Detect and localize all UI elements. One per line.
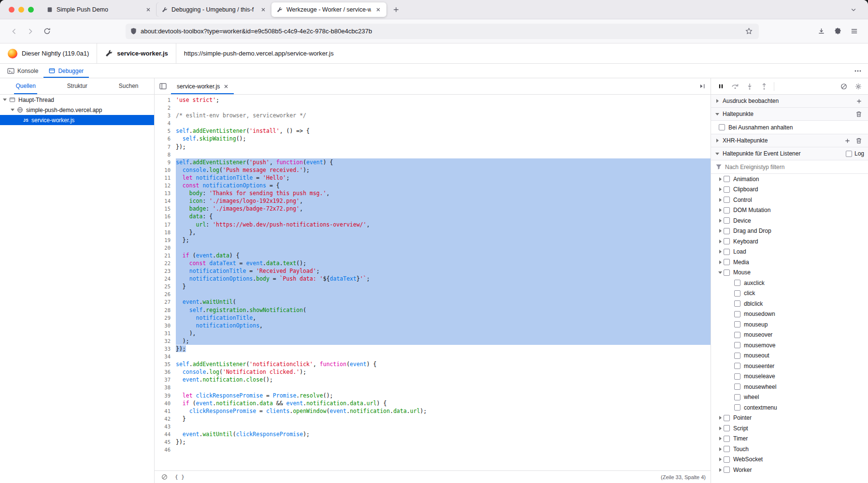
event-category-row[interactable]: Media [711,257,868,268]
code-line-content[interactable]: ); [176,337,711,345]
event-category-row[interactable]: Script [711,423,868,434]
checkbox[interactable] [724,228,730,234]
forward-button[interactable] [22,24,39,39]
code-line-content[interactable]: self.addEventListener('notificationclick… [176,360,711,368]
settings-gear-button[interactable] [852,80,865,93]
event-item-row[interactable]: mousemove [711,340,868,351]
browser-tab[interactable]: Simple Push Demo [42,2,157,17]
checkbox[interactable] [724,207,730,213]
line-number[interactable]: 25 [155,283,176,290]
zoom-window-button[interactable] [28,7,34,13]
downloads-button[interactable] [813,24,829,39]
tab-close-button[interactable] [259,6,267,14]
code-line-content[interactable]: clickResponsePromise = clients.openWindo… [176,407,711,415]
line-number[interactable]: 31 [155,329,176,337]
new-tab-button[interactable] [389,3,403,16]
close-window-button[interactable] [9,7,14,13]
line-number[interactable]: 40 [155,399,176,407]
toggle-sources-pane-button[interactable] [155,78,171,94]
code-line-content[interactable] [176,119,711,127]
event-item-row[interactable]: mousedown [711,309,868,320]
code-line-content[interactable]: url: 'https://web.dev/push-notifications… [176,221,711,228]
expand-panes-button[interactable] [694,78,711,94]
code-line-content[interactable]: self.registration.showNotification( [176,306,711,314]
event-item-row[interactable]: dblclick [711,298,868,309]
pretty-print-button[interactable]: { } [175,474,185,480]
code-line-content[interactable]: badge: './images/badge-72x72.png', [176,205,711,213]
line-number[interactable]: 15 [155,205,176,213]
code-line-content[interactable]: /* eslint-env browser, serviceworker */ [176,112,711,119]
line-number[interactable]: 45 [155,438,176,446]
event-category-row[interactable]: Touch [711,444,868,455]
line-number[interactable]: 2 [155,104,176,112]
code-line-content[interactable] [176,353,711,360]
line-number[interactable]: 12 [155,182,176,189]
code-editor[interactable]: 1'use strict';23/* eslint-env browser, s… [155,95,711,470]
event-category-row[interactable]: Pointer [711,413,868,424]
expander-icon[interactable] [11,109,14,111]
line-number[interactable]: 44 [155,430,176,438]
step-in-button[interactable] [743,80,756,93]
line-number[interactable]: 29 [155,314,176,322]
expander-icon[interactable] [719,229,722,233]
expander-icon[interactable] [719,457,722,461]
code-line-content[interactable]: }); [176,143,711,151]
expander-icon[interactable] [719,240,722,243]
event-category-row[interactable]: Animation [711,174,868,185]
checkbox[interactable] [734,321,740,327]
event-item-row[interactable]: mousewheel [711,382,868,392]
add-watch-expression-button[interactable] [854,96,864,106]
line-number[interactable]: 13 [155,189,176,197]
line-number[interactable]: 20 [155,244,176,252]
event-item-row[interactable]: mouseup [711,319,868,330]
toolbox-meatball-menu-button[interactable] [848,64,868,78]
pause-on-exceptions-row[interactable]: Bei Ausnahmen anhalten [711,121,868,134]
expander-icon[interactable] [718,271,722,274]
line-number[interactable]: 6 [155,135,176,142]
event-item-row[interactable]: mouseenter [711,361,868,371]
code-line-content[interactable]: }, [176,228,711,236]
code-line-content[interactable] [176,423,711,430]
event-category-row[interactable]: Mouse [711,268,868,278]
app-menu-button[interactable] [846,24,862,39]
browser-tab[interactable]: Werkzeuge - Worker / service-w [271,2,386,17]
code-line-content[interactable]: } [176,283,711,290]
event-item-row[interactable]: mouseout [711,351,868,361]
checkbox[interactable] [724,176,730,182]
code-line-content[interactable]: self.addEventListener('push', function(e… [176,158,711,166]
checkbox[interactable] [734,280,740,286]
code-line-content[interactable]: notificationOptions.body = `Push data: '… [176,275,711,283]
line-number[interactable]: 14 [155,197,176,205]
expander-icon[interactable] [719,208,722,212]
code-line-content[interactable]: if (event.notification.data && event.not… [176,399,711,407]
checkbox[interactable] [724,259,730,265]
line-number[interactable]: 9 [155,158,176,166]
code-line-content[interactable]: event.notification.close(); [176,376,711,384]
event-category-row[interactable]: Device [711,215,868,226]
code-line-content[interactable]: notificationTitle, [176,314,711,322]
line-number[interactable]: 18 [155,228,176,236]
checkbox[interactable] [724,238,730,244]
breakpoints-header[interactable]: Haltepunkte [711,108,868,121]
event-item-row[interactable]: mouseover [711,330,868,341]
line-number[interactable]: 23 [155,267,176,275]
expander-icon[interactable] [719,187,722,191]
checkbox[interactable] [724,249,730,255]
line-number[interactable]: 41 [155,407,176,415]
source-tab[interactable]: service-worker.js [171,78,234,94]
code-line-content[interactable]: let notificationTitle = 'Hello'; [176,174,711,182]
code-line-content[interactable]: const notificationOptions = { [176,182,711,189]
line-number[interactable]: 7 [155,143,176,151]
checkbox[interactable] [724,456,730,463]
close-icon[interactable] [224,85,228,88]
event-category-row[interactable]: Keyboard [711,236,868,247]
tab-close-button[interactable] [374,6,382,14]
source-tree-item[interactable]: JSservice-worker.js [0,115,154,125]
checkbox[interactable] [724,270,730,276]
line-number[interactable]: 3 [155,112,176,119]
code-line-content[interactable]: }); [176,438,711,446]
code-line-content[interactable]: ), [176,329,711,337]
bookmark-star-button[interactable] [743,26,754,37]
event-item-row[interactable]: click [711,288,868,299]
line-number[interactable]: 16 [155,213,176,220]
